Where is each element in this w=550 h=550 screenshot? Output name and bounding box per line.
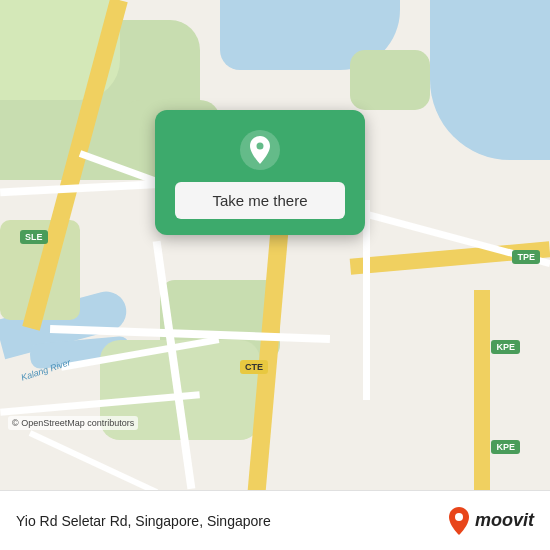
- location-text: Yio Rd Seletar Rd, Singapore, Singapore: [16, 513, 271, 529]
- label-kpe1: KPE: [491, 340, 520, 354]
- label-sle: SLE: [20, 230, 48, 244]
- moovit-logo: moovit: [447, 507, 534, 535]
- label-cte1: CTE: [240, 360, 268, 374]
- road-kpe: [474, 290, 490, 490]
- label-tpe: TPE: [512, 250, 540, 264]
- svg-point-1: [455, 513, 463, 521]
- action-card: Take me there: [155, 110, 365, 235]
- road-v2: [363, 200, 370, 400]
- moovit-brand-text: moovit: [475, 510, 534, 531]
- location-pin-icon: [238, 128, 282, 172]
- moovit-pin-icon: [447, 507, 471, 535]
- map-container: SLE CTE CTE TPE KPE KPE Kalang River Tak…: [0, 0, 550, 490]
- label-kpe2: KPE: [491, 440, 520, 454]
- green-area-7: [350, 50, 430, 110]
- copyright-text: © OpenStreetMap contributors: [8, 416, 138, 430]
- bottom-bar: Yio Rd Seletar Rd, Singapore, Singapore …: [0, 490, 550, 550]
- take-me-there-button[interactable]: Take me there: [175, 182, 345, 219]
